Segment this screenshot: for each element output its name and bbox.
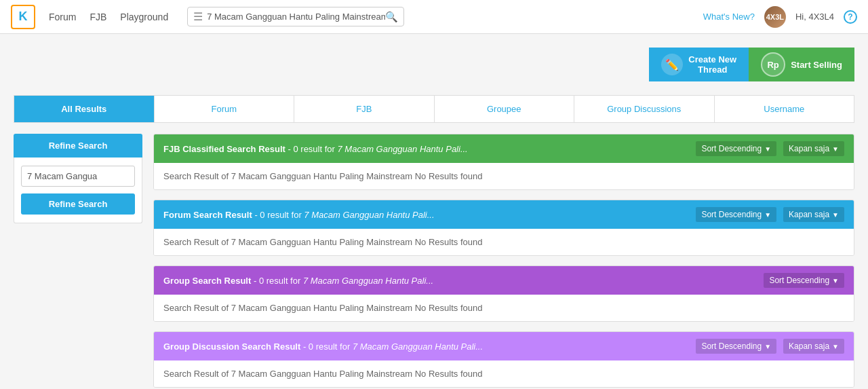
group-discussion-result-header: Group Discussion Search Result - 0 resul… — [154, 332, 854, 360]
sidebar-search-button[interactable]: Refine Search — [21, 193, 135, 215]
fjb-count-text: - 0 result for — [288, 144, 338, 154]
create-thread-icon: ✏️ — [661, 54, 683, 75]
forum-query-text: 7 Macam Gangguan Hantu Pali... — [304, 210, 434, 220]
logo[interactable]: K — [11, 5, 35, 29]
main-container: ✏️ Create NewThread Rp Start Selling All… — [0, 34, 868, 389]
start-selling-label: Start Selling — [791, 60, 842, 70]
layout: Refine Search Refine Search FJB Classifi… — [14, 134, 854, 389]
fjb-header-right: Sort Descending ▼ Kapan saja ▼ — [696, 141, 844, 156]
group-discussion-count-text: - 0 result for — [303, 341, 353, 352]
sidebar-body: Refine Search — [14, 158, 142, 223]
group-discussion-time-dropdown[interactable]: Kapan saja ▼ — [783, 339, 844, 354]
sell-icon: Rp — [761, 52, 785, 77]
tab-fjb[interactable]: FJB — [294, 96, 435, 122]
forum-time-dropdown[interactable]: Kapan saja ▼ — [783, 207, 844, 222]
fjb-time-arrow: ▼ — [832, 145, 839, 153]
nav-right: What's New? 4X3L Hi, 4X3L4 ? — [703, 6, 857, 28]
group-result-title: Group Search Result - 0 result for 7 Mac… — [163, 276, 433, 286]
forum-result-header: Forum Search Result - 0 result for 7 Mac… — [154, 200, 854, 229]
group-sort-arrow: ▼ — [832, 277, 839, 284]
tab-username[interactable]: Username — [715, 96, 854, 122]
create-thread-button[interactable]: ✏️ Create NewThread — [649, 48, 749, 81]
hamburger-icon[interactable]: ☰ — [193, 10, 203, 23]
search-input[interactable] — [207, 7, 385, 26]
sidebar: Refine Search Refine Search — [14, 134, 142, 389]
tab-groupee[interactable]: Groupee — [435, 96, 575, 122]
forum-count-text: - 0 result for — [254, 210, 304, 220]
top-actions: ✏️ Create NewThread Rp Start Selling — [14, 48, 854, 81]
group-count-text: - 0 result for — [254, 276, 303, 286]
search-button[interactable]: 🔍 — [385, 11, 398, 23]
group-result-section: Group Search Result - 0 result for 7 Mac… — [153, 265, 854, 322]
navbar: K Forum FJB Playground ☰ 🔍 What's New? 4… — [0, 0, 868, 34]
tab-all-results[interactable]: All Results — [14, 96, 155, 122]
sidebar-search-input[interactable] — [21, 166, 135, 187]
group-discussion-time-arrow: ▼ — [832, 343, 839, 350]
fjb-time-dropdown[interactable]: Kapan saja ▼ — [783, 141, 844, 156]
tab-forum[interactable]: Forum — [155, 96, 295, 122]
sidebar-refine-title: Refine Search — [14, 134, 142, 158]
logo-letter: K — [19, 10, 28, 24]
forum-result-body: Search Result of 7 Macam Gangguan Hantu … — [154, 229, 854, 255]
group-discussion-result-section: Group Discussion Search Result - 0 resul… — [153, 331, 854, 388]
start-selling-button[interactable]: Rp Start Selling — [749, 48, 854, 81]
group-header-right: Sort Descending ▼ — [764, 273, 844, 288]
nav-playground[interactable]: Playground — [120, 12, 168, 22]
group-sort-dropdown[interactable]: Sort Descending ▼ — [764, 273, 844, 288]
forum-header-right: Sort Descending ▼ Kapan saja ▼ — [696, 207, 844, 222]
forum-result-title: Forum Search Result - 0 result for 7 Mac… — [163, 210, 435, 220]
group-query-text: 7 Macam Gangguan Hantu Pali... — [303, 276, 433, 286]
group-discussion-result-body: Search Result of 7 Macam Gangguan Hantu … — [154, 360, 854, 387]
fjb-result-body: Search Result of 7 Macam Gangguan Hantu … — [154, 163, 854, 189]
group-discussion-query-text: 7 Macam Gangguan Hantu Pali... — [353, 341, 483, 352]
nav-forum[interactable]: Forum — [49, 12, 76, 22]
nav-fjb[interactable]: FJB — [90, 12, 106, 22]
fjb-query-text: 7 Macam Gangguan Hantu Pali... — [338, 144, 468, 154]
create-thread-label: Create NewThread — [688, 54, 736, 75]
help-icon[interactable]: ? — [844, 10, 857, 24]
tabs-row: All Results Forum FJB Groupee Group Disc… — [14, 95, 854, 123]
group-discussion-sort-dropdown[interactable]: Sort Descending ▼ — [696, 339, 776, 354]
fjb-result-header: FJB Classified Search Result - 0 result … — [154, 134, 854, 163]
group-discussion-result-title: Group Discussion Search Result - 0 resul… — [163, 341, 483, 352]
content: FJB Classified Search Result - 0 result … — [153, 134, 854, 389]
search-bar: ☰ 🔍 — [187, 7, 404, 26]
fjb-sort-dropdown[interactable]: Sort Descending ▼ — [696, 141, 776, 156]
user-greeting: Hi, 4X3L4 — [795, 12, 834, 22]
forum-sort-dropdown[interactable]: Sort Descending ▼ — [696, 207, 776, 222]
forum-time-arrow: ▼ — [832, 211, 839, 219]
group-result-header: Group Search Result - 0 result for 7 Mac… — [154, 266, 854, 295]
fjb-result-section: FJB Classified Search Result - 0 result … — [153, 134, 854, 190]
avatar[interactable]: 4X3L — [764, 6, 786, 28]
fjb-sort-arrow: ▼ — [764, 145, 771, 153]
fjb-result-title: FJB Classified Search Result - 0 result … — [163, 144, 468, 154]
group-result-body: Search Result of 7 Macam Gangguan Hantu … — [154, 295, 854, 321]
whats-new-link[interactable]: What's New? — [703, 12, 755, 22]
group-discussion-header-right: Sort Descending ▼ Kapan saja ▼ — [696, 339, 844, 354]
forum-result-section: Forum Search Result - 0 result for 7 Mac… — [153, 200, 854, 256]
forum-sort-arrow: ▼ — [764, 211, 771, 219]
group-discussion-sort-arrow: ▼ — [764, 343, 771, 350]
tab-group-discussions[interactable]: Group Discussions — [574, 96, 715, 122]
